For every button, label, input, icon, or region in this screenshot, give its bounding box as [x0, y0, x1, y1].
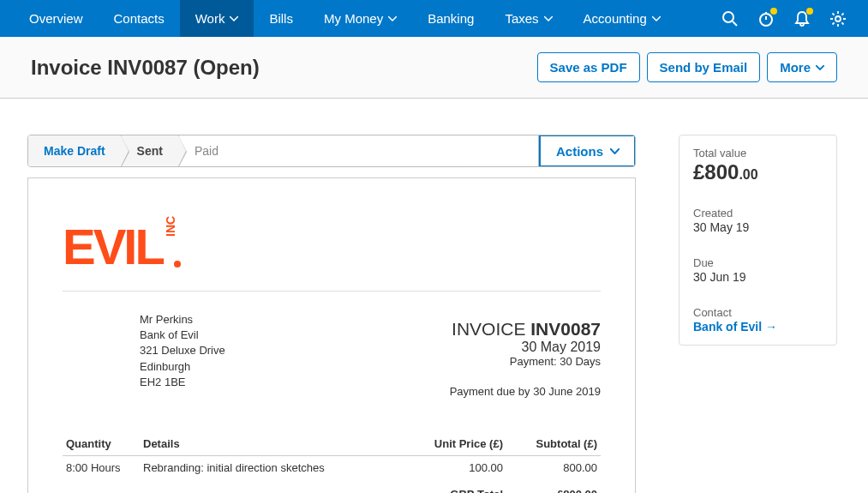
- bell-icon[interactable]: [793, 9, 811, 28]
- timer-icon[interactable]: [757, 9, 775, 28]
- search-icon[interactable]: [721, 9, 739, 28]
- send-email-button[interactable]: Send by Email: [647, 52, 761, 82]
- save-pdf-button[interactable]: Save as PDF: [537, 52, 640, 82]
- chevron-down-icon: [816, 65, 824, 70]
- invoice-document: EVIL INC Mr Perkins Bank of Evil 321 Del…: [27, 177, 636, 493]
- col-unit-price: Unit Price (£): [412, 432, 506, 456]
- page-title: Invoice INV0087 (Open): [31, 56, 260, 80]
- total-value-label: Total value: [693, 147, 823, 159]
- summary-card: Total value £800.00 Created 30 May 19 Du…: [679, 135, 837, 346]
- addr-name: Mr Perkins: [140, 312, 225, 328]
- gear-icon[interactable]: [829, 9, 847, 28]
- nav-left: Overview Contacts Work Bills My Money Ba…: [14, 0, 676, 37]
- billing-address: Mr Perkins Bank of Evil 321 Deluxe Drive…: [63, 312, 225, 398]
- invoice-table: Quantity Details Unit Price (£) Subtotal…: [63, 432, 601, 493]
- addr-city: Edinburgh: [140, 359, 225, 375]
- addr-postcode: EH2 1BE: [140, 375, 225, 390]
- nav-work[interactable]: Work: [180, 0, 254, 37]
- actions-button[interactable]: Actions Apply existing credit note Creat…: [539, 135, 635, 166]
- total-row: GBP Total £800.00: [63, 479, 601, 493]
- notification-dot: [806, 8, 813, 15]
- company-logo: EVIL INC: [63, 213, 184, 275]
- more-button[interactable]: More: [767, 52, 837, 82]
- notification-dot: [770, 8, 777, 15]
- status-make-draft[interactable]: Make Draft: [28, 135, 122, 166]
- col-subtotal: Subtotal (£): [506, 432, 601, 456]
- nav-banking[interactable]: Banking: [412, 0, 489, 37]
- invoice-title: INVOICE INV0087: [450, 319, 601, 340]
- col-quantity: Quantity: [63, 432, 140, 456]
- header-actions: Save as PDF Send by Email More: [537, 52, 837, 82]
- status-sent[interactable]: Sent: [122, 135, 179, 166]
- nav-accounting[interactable]: Accounting: [568, 0, 676, 37]
- contact-label: Contact: [693, 306, 823, 319]
- invoice-meta: INVOICE INV0087 30 May 2019 Payment: 30 …: [450, 312, 601, 398]
- chevron-down-icon: [652, 16, 661, 21]
- nav-bills[interactable]: Bills: [254, 0, 308, 37]
- invoice-date: 30 May 2019: [450, 340, 601, 355]
- cell-details: Rebranding: initial direction sketches: [140, 456, 412, 480]
- total-value: £800.00: [506, 479, 601, 493]
- invoice-due-text: Payment due by 30 June 2019: [450, 385, 601, 398]
- cell-unit-price: 100.00: [412, 456, 506, 480]
- svg-point-5: [835, 16, 841, 21]
- contact-link[interactable]: Bank of Evil →: [693, 320, 823, 334]
- addr-street: 321 Deluxe Drive: [140, 343, 225, 358]
- invoice-payment-terms: Payment: 30 Days: [450, 355, 601, 368]
- table-row: 8:00 Hours Rebranding: initial direction…: [63, 456, 601, 480]
- invoice-top: Mr Perkins Bank of Evil 321 Deluxe Drive…: [63, 312, 601, 398]
- svg-line-1: [733, 21, 737, 26]
- due-value: 30 Jun 19: [693, 270, 823, 284]
- chevron-down-icon: [388, 16, 397, 21]
- svg-point-0: [723, 12, 733, 22]
- top-nav: Overview Contacts Work Bills My Money Ba…: [0, 0, 868, 37]
- chevron-down-icon: [610, 148, 620, 154]
- nav-my-money[interactable]: My Money: [308, 0, 412, 37]
- svg-text:INC: INC: [164, 216, 177, 237]
- total-value-amount: £800.00: [693, 160, 823, 184]
- col-details: Details: [140, 432, 412, 456]
- total-label: GBP Total: [412, 479, 506, 493]
- page-header: Invoice INV0087 (Open) Save as PDF Send …: [0, 37, 868, 99]
- svg-text:EVIL: EVIL: [63, 219, 164, 273]
- addr-company: Bank of Evil: [140, 328, 225, 343]
- nav-taxes[interactable]: Taxes: [489, 0, 567, 37]
- chevron-down-icon: [230, 16, 238, 21]
- cell-qty: 8:00 Hours: [63, 456, 140, 480]
- main-content: Make Draft Sent Paid Actions Apply exist…: [0, 99, 868, 493]
- nav-right: [721, 9, 854, 28]
- nav-contacts[interactable]: Contacts: [99, 0, 180, 37]
- status-paid[interactable]: Paid: [179, 135, 539, 166]
- created-value: 30 May 19: [693, 220, 823, 234]
- status-bar: Make Draft Sent Paid Actions Apply exist…: [27, 135, 636, 167]
- cell-subtotal: 800.00: [506, 456, 601, 480]
- left-column: Make Draft Sent Paid Actions Apply exist…: [27, 135, 636, 493]
- chevron-down-icon: [544, 16, 553, 21]
- created-label: Created: [693, 207, 823, 219]
- svg-point-8: [174, 261, 181, 268]
- due-label: Due: [693, 256, 823, 269]
- nav-overview[interactable]: Overview: [14, 0, 99, 37]
